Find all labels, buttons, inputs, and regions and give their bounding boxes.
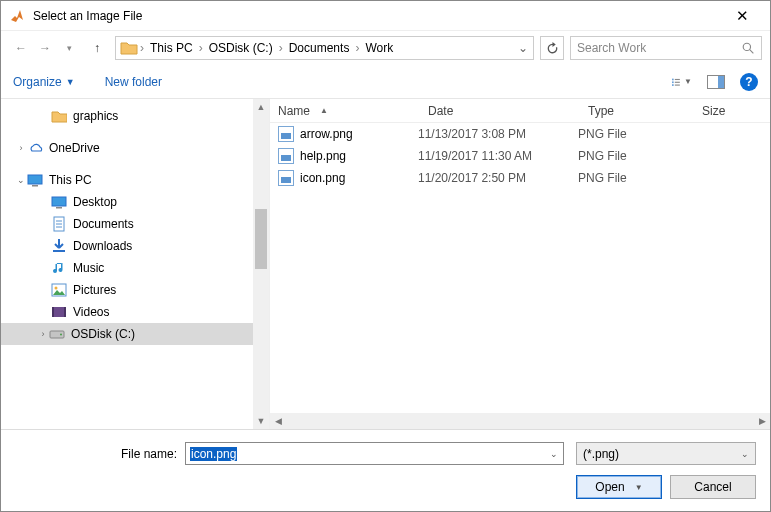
view-options-button[interactable]: ▼ — [672, 73, 692, 91]
tree-scrollbar[interactable]: ▲ ▼ — [253, 99, 269, 429]
tree-item-videos[interactable]: Videos — [1, 301, 269, 323]
svg-line-1 — [750, 49, 754, 53]
col-date[interactable]: Date — [420, 104, 580, 118]
crumb-work[interactable]: Work — [361, 41, 397, 55]
col-name[interactable]: Name▲ — [270, 104, 420, 118]
search-placeholder: Search Work — [577, 41, 742, 55]
scroll-up-icon[interactable]: ▲ — [253, 99, 269, 115]
file-name: arrow.png — [300, 127, 418, 141]
nav-up-icon[interactable]: ↑ — [85, 36, 109, 60]
list-hscrollbar[interactable]: ◀ ▶ — [270, 413, 770, 429]
nav-tree[interactable]: graphics›OneDrive⌄This PCDesktopDocument… — [1, 99, 269, 429]
bottom-panel: File name: icon.png ⌄ (*.png) ⌄ Open▼ Ca… — [1, 429, 770, 511]
file-date: 11/13/2017 3:08 PM — [418, 127, 578, 141]
help-button[interactable]: ? — [740, 73, 758, 91]
crumb-osdisk[interactable]: OSDisk (C:) — [205, 41, 277, 55]
filter-label: (*.png) — [583, 447, 619, 461]
tree-item-label: OneDrive — [49, 141, 100, 155]
search-input[interactable]: Search Work — [570, 36, 762, 60]
new-folder-button[interactable]: New folder — [105, 75, 162, 89]
crumb-this-pc[interactable]: This PC — [146, 41, 197, 55]
filetype-filter[interactable]: (*.png) ⌄ — [576, 442, 756, 465]
help-icon: ? — [745, 75, 752, 89]
expand-icon[interactable]: › — [37, 329, 49, 339]
filename-input[interactable]: icon.png ⌄ — [185, 442, 564, 465]
scroll-right-icon[interactable]: ▶ — [754, 416, 770, 426]
svg-rect-23 — [64, 307, 66, 317]
svg-rect-11 — [32, 185, 38, 187]
path-dropdown-icon[interactable]: ⌄ — [515, 41, 531, 55]
filename-dropdown-icon[interactable]: ⌄ — [545, 449, 563, 459]
file-date: 11/20/2017 2:50 PM — [418, 171, 578, 185]
list-header: Name▲ Date Type Size — [270, 99, 770, 123]
expand-icon[interactable]: › — [15, 143, 27, 153]
refresh-button[interactable] — [540, 36, 564, 60]
breadcrumb-bar[interactable]: › This PC › OSDisk (C:) › Documents › Wo… — [115, 36, 534, 60]
view-list-icon — [672, 75, 682, 89]
folder-icon — [120, 39, 138, 57]
filter-dropdown-icon: ⌄ — [741, 449, 749, 459]
file-row[interactable]: arrow.png11/13/2017 3:08 PMPNG File — [270, 123, 770, 145]
file-type: PNG File — [578, 171, 692, 185]
scroll-thumb[interactable] — [255, 209, 267, 269]
tree-item-this-pc[interactable]: ⌄This PC — [1, 169, 269, 191]
tree-item-label: graphics — [73, 109, 118, 123]
tree-item-desktop[interactable]: Desktop — [1, 191, 269, 213]
tree-item-documents[interactable]: Documents — [1, 213, 269, 235]
nav-back-icon[interactable]: ← — [9, 36, 33, 60]
sort-asc-icon: ▲ — [320, 106, 328, 115]
tree-item-label: Music — [73, 261, 104, 275]
expand-icon[interactable]: ⌄ — [15, 175, 27, 185]
col-size[interactable]: Size — [694, 104, 770, 118]
chevron-right-icon: › — [138, 41, 146, 55]
split-caret-icon: ▼ — [635, 483, 643, 492]
scroll-down-icon[interactable]: ▼ — [253, 413, 269, 429]
tree-item-label: Downloads — [73, 239, 132, 253]
open-button[interactable]: Open▼ — [576, 475, 662, 499]
toolbar: Organize ▼ New folder ▼ ? — [1, 65, 770, 99]
tree-item-downloads[interactable]: Downloads — [1, 235, 269, 257]
svg-rect-12 — [52, 197, 66, 206]
image-file-icon — [278, 126, 294, 142]
nav-bar: ← → ▾ ↑ › This PC › OSDisk (C:) › Docume… — [1, 31, 770, 65]
file-type: PNG File — [578, 149, 692, 163]
nav-forward-icon[interactable]: → — [33, 36, 57, 60]
col-type[interactable]: Type — [580, 104, 694, 118]
svg-point-0 — [743, 43, 750, 50]
tree-item-onedrive[interactable]: ›OneDrive — [1, 137, 269, 159]
close-button[interactable]: ✕ — [722, 7, 762, 25]
organize-label: Organize — [13, 75, 62, 89]
tree-item-osdisk-c-[interactable]: ›OSDisk (C:) — [1, 323, 269, 345]
svg-rect-6 — [675, 81, 680, 82]
svg-rect-7 — [675, 84, 680, 85]
search-icon — [742, 42, 755, 55]
tree-item-label: This PC — [49, 173, 92, 187]
svg-point-20 — [55, 287, 58, 290]
crumb-documents[interactable]: Documents — [285, 41, 354, 55]
file-name: help.png — [300, 149, 418, 163]
file-row[interactable]: help.png11/19/2017 11:30 AMPNG File — [270, 145, 770, 167]
caret-down-icon: ▼ — [66, 77, 75, 87]
chevron-right-icon: › — [197, 41, 205, 55]
chevron-right-icon: › — [277, 41, 285, 55]
file-row[interactable]: icon.png11/20/2017 2:50 PMPNG File — [270, 167, 770, 189]
tree-item-music[interactable]: Music — [1, 257, 269, 279]
filename-value: icon.png — [190, 447, 237, 461]
nav-recent-icon[interactable]: ▾ — [57, 36, 81, 60]
chevron-right-icon: › — [353, 41, 361, 55]
tree-item-label: OSDisk (C:) — [71, 327, 135, 341]
scroll-left-icon[interactable]: ◀ — [270, 416, 286, 426]
preview-pane-button[interactable] — [706, 73, 726, 91]
tree-item-graphics[interactable]: graphics — [1, 105, 269, 127]
svg-rect-9 — [718, 76, 724, 88]
svg-rect-18 — [53, 250, 65, 252]
svg-rect-13 — [56, 207, 62, 209]
organize-button[interactable]: Organize ▼ — [13, 75, 75, 89]
body: graphics›OneDrive⌄This PCDesktopDocument… — [1, 99, 770, 429]
tree-item-pictures[interactable]: Pictures — [1, 279, 269, 301]
cancel-button[interactable]: Cancel — [670, 475, 756, 499]
scroll-track[interactable] — [286, 413, 754, 429]
svg-rect-3 — [672, 81, 674, 83]
matlab-icon — [9, 8, 25, 24]
tree-item-label: Pictures — [73, 283, 116, 297]
